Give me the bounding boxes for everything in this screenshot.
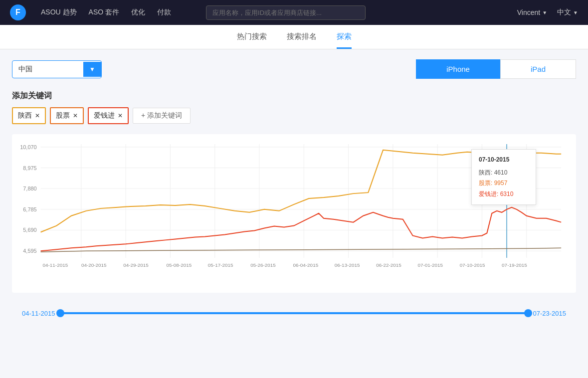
svg-text:5,690: 5,690 <box>23 227 36 233</box>
keyword-remove-stocks[interactable]: ✕ <box>73 112 78 119</box>
user-menu[interactable]: Vincent ▼ <box>517 8 547 16</box>
keyword-tag-shanxi[interactable]: 陕西 ✕ <box>12 107 46 124</box>
tab-search-rank[interactable]: 搜索排名 <box>287 32 317 49</box>
tab-hot-search[interactable]: 热门搜索 <box>237 32 267 49</box>
keyword-label-stocks: 股票 <box>56 111 70 120</box>
range-thumb-right[interactable] <box>524 309 532 317</box>
keywords-section: 添加关键词 陕西 ✕ 股票 ✕ 爱钱进 ✕ + 添加关键词 <box>12 91 576 124</box>
tooltip-shanxi: 陕西: 4610 <box>479 168 529 179</box>
svg-text:06-22-2015: 06-22-2015 <box>376 262 401 268</box>
country-caret-icon[interactable]: ▼ <box>83 62 101 77</box>
svg-text:8,975: 8,975 <box>23 165 36 171</box>
lang-menu[interactable]: 中文 ▼ <box>557 8 578 17</box>
keyword-label-shanxi: 陕西 <box>18 111 32 120</box>
nav-optimize[interactable]: 优化 <box>131 8 145 17</box>
tooltip-date: 07-10-2015 <box>479 155 529 166</box>
lang-caret-icon: ▼ <box>573 10 578 15</box>
lang-label: 中文 <box>557 8 571 17</box>
svg-text:04-11-2015: 04-11-2015 <box>43 262 68 268</box>
range-fill <box>60 312 528 314</box>
main-content: 中国 ▼ iPhone iPad 添加关键词 陕西 ✕ 股票 ✕ 爱钱进 ✕ +… <box>0 49 588 327</box>
svg-text:04-29-2015: 04-29-2015 <box>123 262 149 268</box>
svg-text:6,785: 6,785 <box>23 206 36 212</box>
nav-asou[interactable]: ASOU 趋势 <box>41 8 77 17</box>
range-thumb-left[interactable] <box>56 309 64 317</box>
svg-text:10,070: 10,070 <box>20 144 36 150</box>
range-end-date: 07-23-2015 <box>533 310 567 317</box>
logo[interactable]: F <box>10 4 26 20</box>
tooltip-aiqianjin: 爱钱进: 6310 <box>479 189 529 200</box>
nav-payment[interactable]: 付款 <box>157 8 171 17</box>
range-track[interactable] <box>60 312 528 314</box>
keywords-title: 添加关键词 <box>12 91 576 101</box>
iphone-button[interactable]: iPhone <box>416 59 500 79</box>
svg-text:06-04-2015: 06-04-2015 <box>293 262 318 268</box>
add-keyword-button[interactable]: + 添加关键词 <box>133 108 191 124</box>
svg-text:07-10-2015: 07-10-2015 <box>460 262 485 268</box>
svg-text:7,880: 7,880 <box>23 186 36 191</box>
filters-row: 中国 ▼ iPhone iPad <box>12 59 576 79</box>
navbar: F ASOU 趋势 ASO 套件 优化 付款 Vincent ▼ 中文 ▼ <box>0 0 588 25</box>
country-selector[interactable]: 中国 ▼ <box>12 60 102 78</box>
svg-text:07-19-2015: 07-19-2015 <box>502 262 527 268</box>
svg-text:06-13-2015: 06-13-2015 <box>335 262 360 268</box>
keyword-tag-stocks[interactable]: 股票 ✕ <box>50 107 84 124</box>
tabs-bar: 热门搜索 搜索排名 探索 <box>0 25 588 49</box>
ipad-button[interactable]: iPad <box>500 59 576 79</box>
tab-explore[interactable]: 探索 <box>337 32 352 49</box>
svg-text:07-01-2015: 07-01-2015 <box>417 262 443 268</box>
keyword-tag-aiqianjin[interactable]: 爱钱进 ✕ <box>88 107 129 124</box>
navbar-right: Vincent ▼ 中文 ▼ <box>517 8 578 17</box>
device-toggle: iPhone iPad <box>416 59 576 79</box>
country-label: 中国 <box>12 61 83 78</box>
svg-text:05-08-2015: 05-08-2015 <box>167 262 192 268</box>
keyword-label-aiqianjin: 爱钱进 <box>94 111 115 120</box>
nav-aso[interactable]: ASO 套件 <box>89 8 119 17</box>
tooltip-stocks: 股票: 9957 <box>479 178 529 189</box>
range-start-date: 04-11-2015 <box>22 310 55 317</box>
svg-text:04-20-2015: 04-20-2015 <box>81 262 107 268</box>
svg-text:4,595: 4,595 <box>23 248 36 254</box>
range-slider-row: 04-11-2015 07-23-2015 <box>12 305 576 317</box>
svg-text:05-17-2015: 05-17-2015 <box>208 262 233 268</box>
keyword-remove-shanxi[interactable]: ✕ <box>35 112 40 119</box>
svg-text:05-26-2015: 05-26-2015 <box>250 262 276 268</box>
search-input[interactable] <box>206 5 366 20</box>
nav-links: ASOU 趋势 ASO 套件 优化 付款 <box>41 8 171 17</box>
keyword-remove-aiqianjin[interactable]: ✕ <box>118 112 123 119</box>
logo-text: F <box>15 8 20 17</box>
user-caret-icon: ▼ <box>542 10 547 15</box>
chart-container: 10,070 8,975 7,880 6,785 5,690 4,595 <box>12 134 576 293</box>
chart-tooltip: 07-10-2015 陕西: 4610 股票: 9957 爱钱进: 6310 <box>471 149 536 205</box>
keywords-tags: 陕西 ✕ 股票 ✕ 爱钱进 ✕ + 添加关键词 <box>12 107 576 124</box>
username: Vincent <box>517 8 540 16</box>
search-box <box>206 5 366 20</box>
